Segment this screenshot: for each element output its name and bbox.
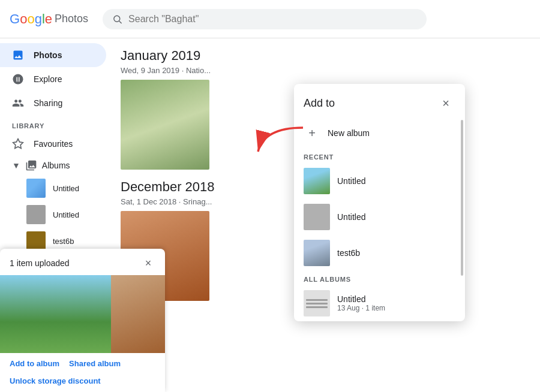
dialog-all-album-item-1[interactable]: Untitled 13 Aug · 1 item — [294, 285, 465, 321]
dialog-album-thumb-2 — [304, 204, 330, 230]
add-to-dialog: Add to × + New album RECENT Untitled Unt… — [294, 84, 465, 321]
dialog-album-name-3: test6b — [337, 248, 360, 258]
album-thumb-1 — [26, 179, 46, 198]
upload-photo-2[interactable] — [111, 275, 165, 353]
photos-icon — [12, 49, 24, 61]
sidebar-item-sharing[interactable]: Sharing — [0, 91, 106, 115]
new-album-label: New album — [328, 128, 370, 138]
dialog-header: Add to × — [294, 84, 465, 117]
all-albums-label: ALL ALBUMS — [294, 271, 465, 285]
dialog-album-name-1: Untitled — [337, 176, 365, 186]
dialog-close-button[interactable]: × — [436, 94, 455, 113]
dialog-all-album-info-1: Untitled 13 Aug · 1 item — [337, 294, 385, 312]
upload-actions: Add to album Shared album — [0, 353, 165, 375]
sidebar-album-item-1[interactable]: Untitled — [0, 175, 111, 201]
section-title-jan2019: January 2019 — [121, 48, 530, 64]
svg-line-1 — [119, 21, 122, 23]
photo-jan2019[interactable] — [121, 80, 209, 170]
upload-photos-preview — [0, 275, 165, 353]
logo-text: Photos — [55, 13, 88, 25]
plus-icon: + — [304, 125, 320, 141]
sidebar-item-sharing-label: Sharing — [34, 98, 62, 108]
library-label: LIBRARY — [0, 115, 111, 132]
sidebar-album-item-2[interactable]: Untitled — [0, 201, 111, 228]
search-input[interactable] — [128, 14, 417, 25]
chevron-down-icon: ▼ — [12, 161, 20, 170]
upload-close-button[interactable]: × — [141, 256, 155, 270]
album-thumb-2 — [26, 205, 46, 224]
sidebar-item-photos[interactable]: Photos — [0, 43, 106, 67]
search-icon — [112, 14, 122, 25]
albums-icon — [25, 159, 37, 171]
sidebar-item-photos-label: Photos — [34, 50, 62, 60]
sidebar-item-favourites[interactable]: Favourites — [0, 132, 106, 156]
upload-notification: 1 item uploaded × Add to album Shared al… — [0, 249, 165, 392]
sidebar-item-favourites-label: Favourites — [34, 139, 73, 149]
topbar: Google Photos — [0, 0, 540, 38]
google-photos-logo: Google Photos — [10, 11, 88, 27]
sidebar-item-albums[interactable]: ▼ Albums — [0, 156, 111, 175]
shared-album-button[interactable]: Shared album — [69, 359, 121, 368]
album-thumb-3 — [26, 231, 46, 251]
sidebar-item-albums-label: Albums — [42, 161, 70, 170]
dialog-all-album-thumb-1 — [304, 290, 330, 316]
unlock-storage-button[interactable]: Unlock storage discount — [10, 376, 101, 385]
dialog-all-album-meta-1: 13 Aug · 1 item — [337, 304, 385, 312]
sharing-icon — [12, 97, 24, 109]
dialog-album-name-2: Untitled — [337, 212, 365, 222]
explore-icon — [12, 73, 24, 85]
dialog-album-thumb-3 — [304, 240, 330, 266]
dialog-album-item-1[interactable]: Untitled — [294, 163, 465, 199]
dialog-scroll-area[interactable]: + New album RECENT Untitled Untitled tes… — [294, 117, 465, 321]
add-to-album-button[interactable]: Add to album — [10, 359, 59, 368]
dialog-album-thumb-1 — [304, 168, 330, 194]
svg-marker-2 — [13, 139, 23, 149]
favourites-icon — [12, 138, 24, 150]
dialog-all-album-name-1: Untitled — [337, 294, 385, 304]
dialog-album-item-3[interactable]: test6b — [294, 235, 465, 271]
svg-point-0 — [114, 16, 120, 22]
sidebar-item-explore-label: Explore — [34, 74, 62, 84]
upload-title: 1 item uploaded — [10, 258, 70, 268]
recent-label: RECENT — [294, 149, 465, 163]
search-bar[interactable] — [103, 9, 427, 29]
new-album-button[interactable]: + New album — [294, 117, 465, 149]
dialog-scrollbar[interactable] — [461, 120, 463, 276]
upload-photo-1[interactable] — [0, 275, 111, 353]
dialog-title: Add to — [304, 97, 335, 110]
sidebar-item-explore[interactable]: Explore — [0, 67, 106, 91]
dialog-album-item-2[interactable]: Untitled — [294, 199, 465, 235]
section-meta-jan2019: Wed, 9 Jan 2019 · Natio... — [121, 66, 530, 75]
upload-notification-header: 1 item uploaded × — [0, 249, 165, 275]
